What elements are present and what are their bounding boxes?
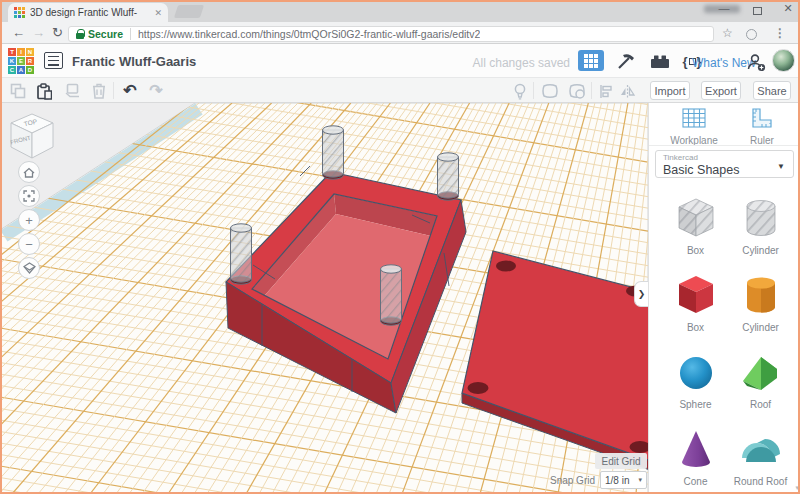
home-view-button[interactable] — [18, 161, 40, 183]
shape-cylinder-solid[interactable]: Cylinder — [728, 262, 793, 339]
snap-grid-select[interactable]: 1/8 in ▾ — [600, 471, 647, 489]
scrollbar-down-arrow[interactable]: ▾ — [795, 484, 799, 492]
snap-grid-label: Snap Grid — [545, 475, 595, 486]
design-menu-icon[interactable] — [44, 52, 63, 69]
shape-round-roof[interactable]: Round Roof — [728, 416, 793, 493]
library-name: Basic Shapes — [663, 163, 786, 178]
browser-tabstrip: 3D design Frantic Wluff- ✕ — ✕ — [0, 0, 800, 22]
back-icon[interactable]: ← — [12, 25, 25, 40]
secure-lock-icon — [76, 29, 84, 39]
shape-sphere[interactable]: Sphere — [663, 339, 728, 416]
app-header: TIN KER CAD Frantic Wluff-Gaaris All cha… — [0, 44, 800, 78]
window-close-button[interactable]: ✕ — [780, 2, 796, 15]
align-icon[interactable] — [595, 81, 615, 101]
perspective-toggle-button[interactable] — [18, 257, 40, 279]
workplane-icon — [681, 107, 707, 129]
duplicate-icon[interactable] — [62, 81, 82, 101]
grid-icon — [584, 54, 598, 68]
mirror-icon[interactable] — [617, 81, 637, 101]
zoom-out-button[interactable]: − — [18, 233, 40, 255]
workplane-tool[interactable]: Workplane — [661, 107, 727, 146]
ruler-tool[interactable]: Ruler — [729, 107, 795, 146]
browser-menu-icon[interactable]: ⋮ — [774, 26, 786, 40]
window-maximize-button[interactable] — [753, 7, 762, 15]
paste-icon[interactable] — [34, 81, 54, 101]
ruler-icon — [750, 107, 774, 129]
import-button[interactable]: Import — [650, 81, 690, 100]
redo-icon[interactable]: ↷ — [146, 81, 166, 101]
group-icon[interactable] — [540, 81, 560, 101]
shape-library-select[interactable]: Tinkercad Basic Shapes ▼ — [655, 150, 794, 178]
tab-title: 3D design Frantic Wluff- — [30, 7, 150, 18]
tinkercad-favicon — [14, 7, 25, 18]
shape-roof[interactable]: Roof — [728, 339, 793, 416]
reload-icon[interactable]: ↻ — [52, 25, 63, 40]
panel-collapse-toggle[interactable]: ❯ — [634, 281, 648, 307]
view-cube[interactable]: TOP FRONT — [6, 111, 58, 167]
invite-person-icon[interactable] — [744, 52, 768, 72]
forward-icon[interactable]: → — [32, 25, 45, 40]
show-all-icon[interactable] — [510, 81, 530, 101]
ungroup-icon[interactable] — [567, 81, 587, 101]
shape-cylinder-hole[interactable]: Cylinder — [728, 185, 793, 262]
share-button[interactable]: Share — [753, 81, 791, 100]
copy-icon[interactable] — [8, 81, 28, 101]
undo-icon[interactable]: ↶ — [120, 81, 140, 101]
shape-box-hole[interactable]: Box — [663, 185, 728, 262]
zoom-in-button[interactable]: + — [18, 209, 40, 231]
shape-cone[interactable]: Cone — [663, 416, 728, 493]
minecraft-pickaxe-icon[interactable] — [614, 51, 638, 71]
shape-red-plate[interactable] — [462, 251, 648, 484]
delete-icon[interactable] — [89, 81, 109, 101]
model-shapes[interactable] — [0, 103, 648, 494]
blocks-view-button[interactable] — [578, 50, 604, 71]
library-kicker: Tinkercad — [663, 154, 786, 163]
avatar[interactable] — [772, 49, 795, 72]
extension-icon[interactable] — [746, 29, 757, 40]
lego-brick-icon[interactable] — [648, 51, 672, 71]
design-canvas[interactable]: TOP FRONT + − Edit Grid Snap Grid 1/8 in… — [0, 103, 648, 494]
shapes-sidebar: Workplane Ruler Tinkercad Basic Shapes ▼ — [648, 103, 800, 494]
chevron-down-icon: ▾ — [638, 476, 642, 484]
window-minimize-button[interactable]: — — [716, 2, 732, 14]
url-field[interactable]: Secure https://www.tinkercad.com/things/… — [68, 26, 714, 42]
tab-close-icon[interactable]: ✕ — [154, 8, 162, 18]
tinkercad-logo[interactable]: TIN KER CAD — [8, 48, 34, 74]
browser-tab[interactable]: 3D design Frantic Wluff- ✕ — [8, 3, 168, 22]
shape-box-solid[interactable]: Box — [663, 262, 728, 339]
editor-toolbar: ↶ ↷ Import Export Share — [0, 78, 800, 103]
shape-gallery: Box Cylinder Box — [649, 183, 800, 494]
url-text: https://www.tinkercad.com/things/0tmQOrS… — [138, 28, 480, 40]
edit-grid-button[interactable]: Edit Grid — [595, 453, 647, 469]
secure-label: Secure — [88, 28, 123, 40]
shape-red-tray[interactable] — [226, 166, 466, 413]
export-button[interactable]: Export — [701, 81, 741, 100]
bookmark-star-icon[interactable]: ☆ — [722, 26, 733, 40]
chevron-down-icon: ▼ — [777, 162, 785, 171]
save-status: All changes saved — [420, 56, 570, 70]
browser-urlbar: ← → ↻ Secure https://www.tinkercad.com/t… — [0, 22, 800, 44]
new-tab-button[interactable] — [174, 5, 204, 18]
design-title: Frantic Wluff-Gaaris — [72, 54, 196, 69]
fit-view-button[interactable] — [18, 185, 40, 207]
